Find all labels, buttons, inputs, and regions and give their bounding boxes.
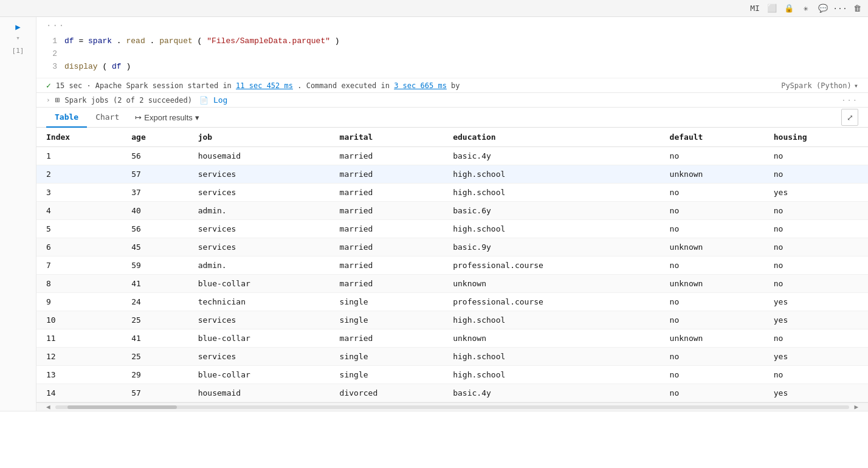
table-row: 1141blue-collarmarriedunknownunknownno	[36, 329, 868, 348]
cell-job: blue-collar	[188, 329, 330, 348]
cell-default: no	[660, 202, 764, 220]
status-desc2: . Command executed in	[297, 81, 394, 90]
status-link[interactable]: 11 sec 452 ms	[236, 81, 293, 90]
cell-age: 29	[122, 366, 188, 384]
status-desc: · Apache Spark session started in	[86, 81, 236, 90]
cell-education: high.school	[443, 311, 660, 329]
code-line-1: 1 df = spark . read . parquet ( "Files/S…	[46, 35, 858, 48]
expand-icon: ⤢	[847, 113, 853, 122]
cell-job: services	[188, 311, 330, 329]
table-row: 841blue-collarmarriedunknownunknownno	[36, 275, 868, 293]
status-link2[interactable]: 3 sec 665 ms	[394, 81, 447, 90]
cell-marital: married	[330, 147, 444, 165]
h-scrollbar[interactable]: ◀ ▶	[36, 402, 868, 411]
chat-icon[interactable]: 💬	[817, 2, 829, 15]
cell-housing: no	[764, 275, 868, 293]
more-icon[interactable]: ···	[834, 2, 846, 15]
cell-more-button[interactable]: ···	[46, 21, 65, 30]
status-right: PySpark (Python) ▾	[781, 81, 858, 90]
cell-marital: divorced	[330, 384, 444, 402]
cell-wrapper: ▶ ▾ [1] ··· 1 df = spark . read	[0, 17, 868, 411]
cell-age: 24	[122, 293, 188, 311]
cell-education: professional.course	[443, 293, 660, 311]
cell-run-label: [1]	[12, 47, 24, 55]
cell-index: 5	[36, 220, 122, 238]
table-expand-button[interactable]: ⤢	[841, 109, 858, 126]
cell-marital: married	[330, 256, 444, 275]
export-label: Export results	[144, 113, 192, 122]
cell-housing: no	[764, 220, 868, 238]
cell-job: services	[188, 220, 330, 238]
tab-chart[interactable]: Chart	[87, 108, 128, 128]
cell-job: blue-collar	[188, 366, 330, 384]
col-header-job: job	[188, 128, 330, 147]
jobs-label: Spark jobs (2 of 2 succeeded)	[64, 96, 192, 105]
cell-gutter: ▶ ▾ [1]	[0, 17, 36, 411]
run-button[interactable]: ▶	[15, 22, 20, 32]
cell-index: 6	[36, 238, 122, 256]
cell-job: services	[188, 348, 330, 366]
collapse-icon[interactable]: ▾	[16, 34, 20, 42]
h-scroll-left-arrow[interactable]: ◀	[46, 403, 50, 411]
table-row: 1457housemaiddivorcedbasic.4ynoyes	[36, 384, 868, 402]
cell-index: 9	[36, 293, 122, 311]
cell-job: housemaid	[188, 384, 330, 402]
status-time: 15 sec	[56, 81, 82, 90]
table-header-row: Index age job marital education default …	[36, 128, 868, 147]
table-row: 759admin.marriedprofessional.coursenono	[36, 256, 868, 275]
table-row: 556servicesmarriedhigh.schoolnono	[36, 220, 868, 238]
status-check-icon: ✓	[46, 81, 51, 90]
cell-index: 3	[36, 184, 122, 202]
h-scrollbar-track[interactable]	[55, 405, 850, 409]
cell-education: basic.6y	[443, 202, 660, 220]
cell-education: professional.course	[443, 256, 660, 275]
cell-housing: no	[764, 165, 868, 184]
cell-education: basic.9y	[443, 238, 660, 256]
cell-age: 56	[122, 220, 188, 238]
cell-default: no	[660, 220, 764, 238]
cell-age: 56	[122, 147, 188, 165]
cell-education: high.school	[443, 184, 660, 202]
col-header-marital: marital	[330, 128, 444, 147]
asterisk-icon[interactable]: ✳	[800, 2, 812, 15]
cell-job: admin.	[188, 256, 330, 275]
cell-education: high.school	[443, 220, 660, 238]
export-chevron: ▾	[195, 113, 199, 122]
jobs-expand-icon[interactable]: ›	[46, 96, 50, 104]
h-scrollbar-thumb[interactable]	[67, 405, 177, 409]
cell-age: 57	[122, 384, 188, 402]
output-area: › ⊞ Spark jobs (2 of 2 succeeded) 📄 Log …	[36, 93, 868, 411]
table-body: 156housemaidmarriedbasic.4ynono257servic…	[36, 147, 868, 402]
log-link[interactable]: Log	[213, 95, 227, 105]
screen-icon[interactable]: ⬜	[766, 2, 778, 15]
output-more-button[interactable]: ···	[841, 96, 858, 105]
data-table: Index age job marital education default …	[36, 128, 868, 402]
cell-job: admin.	[188, 202, 330, 220]
top-toolbar: MI ⬜ 🔒 ✳ 💬 ··· 🗑	[0, 0, 868, 17]
lock-icon[interactable]: 🔒	[783, 2, 795, 15]
trash-icon[interactable]: 🗑	[851, 2, 863, 15]
cell-default: no	[660, 311, 764, 329]
cell-default: no	[660, 366, 764, 384]
cell-housing: no	[764, 147, 868, 165]
cell-housing: no	[764, 238, 868, 256]
cell-education: high.school	[443, 165, 660, 184]
cell-marital: single	[330, 366, 444, 384]
cell-education: basic.4y	[443, 147, 660, 165]
export-results-button[interactable]: ↦ Export results ▾	[128, 109, 206, 126]
cell-age: 25	[122, 348, 188, 366]
cell-age: 45	[122, 238, 188, 256]
table-row: 645servicesmarriedbasic.9yunknownno	[36, 238, 868, 256]
cell-marital: married	[330, 184, 444, 202]
cell-index: 7	[36, 256, 122, 275]
tab-table[interactable]: Table	[46, 108, 87, 128]
col-header-default: default	[660, 128, 764, 147]
code-editor[interactable]: 1 df = spark . read . parquet ( "Files/S…	[36, 30, 868, 78]
data-table-wrapper[interactable]: Index age job marital education default …	[36, 128, 868, 402]
pyspark-dropdown[interactable]: ▾	[854, 81, 858, 90]
h-scroll-right-arrow[interactable]: ▶	[854, 403, 858, 411]
cell-marital: married	[330, 165, 444, 184]
table-jobs-icon: ⊞	[55, 95, 60, 105]
cell-actions-bar: ···	[36, 17, 868, 30]
mi-icon[interactable]: MI	[749, 2, 761, 15]
